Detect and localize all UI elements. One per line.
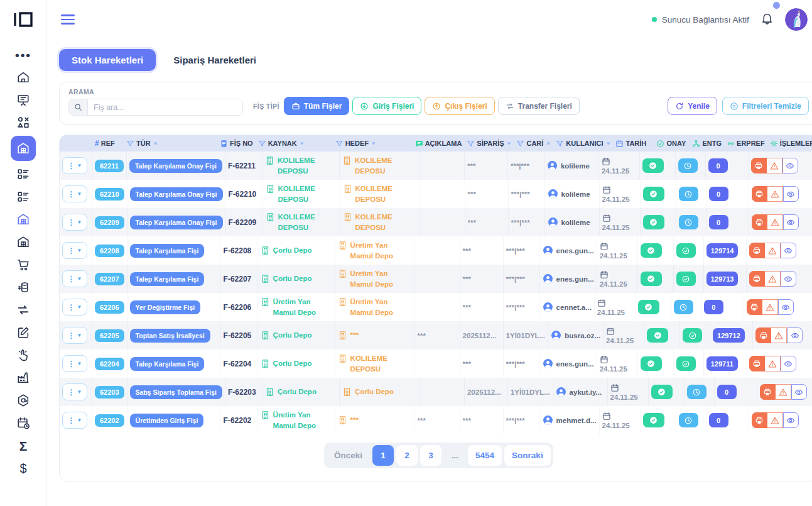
warning-button[interactable]: [767, 412, 783, 428]
sidebar-item-dollar-icon[interactable]: $: [12, 459, 35, 478]
sidebar-item-transfer-icon[interactable]: [12, 300, 35, 319]
warning-button[interactable]: [767, 214, 783, 230]
entg-done-button[interactable]: [676, 243, 696, 258]
sidebar-item-edit-icon[interactable]: [12, 323, 35, 342]
erpref-badge[interactable]: 0: [709, 215, 728, 229]
notifications-bell-icon[interactable]: [761, 12, 774, 28]
warning-button[interactable]: [767, 186, 783, 202]
sidebar-item-warehouse3-icon[interactable]: [12, 233, 35, 251]
hamburger-menu-icon[interactable]: [61, 14, 75, 25]
pagination-ellipsis[interactable]: ...: [444, 445, 465, 466]
warning-button[interactable]: [776, 384, 791, 400]
filter-chip-cikis[interactable]: Çıkış Fişleri: [425, 97, 494, 115]
pagination-next-button[interactable]: Sonraki: [504, 445, 551, 466]
onay-approved-button[interactable]: [643, 215, 664, 229]
erpref-badge[interactable]: 129712: [713, 328, 745, 343]
sidebar-item-sigma-icon[interactable]: Σ: [12, 436, 35, 455]
row-actions-button[interactable]: ⋮▼: [62, 355, 87, 372]
warning-button[interactable]: [767, 158, 782, 173]
onay-approved-button[interactable]: [638, 300, 659, 314]
view-button[interactable]: [778, 299, 794, 315]
print-button[interactable]: [755, 327, 771, 343]
onay-approved-button[interactable]: [641, 272, 662, 286]
onay-approved-button[interactable]: [641, 356, 662, 371]
view-button[interactable]: [782, 158, 798, 173]
print-button[interactable]: [749, 243, 765, 258]
print-button[interactable]: [747, 299, 762, 315]
onay-approved-button[interactable]: [643, 413, 664, 427]
erpref-badge[interactable]: 129711: [706, 356, 738, 371]
sidebar-item-warehouse2-icon[interactable]: [12, 210, 35, 229]
column-header-kullanici[interactable]: KULLANICI▼: [553, 140, 613, 148]
view-button[interactable]: [787, 327, 803, 343]
view-button[interactable]: [783, 186, 799, 202]
sidebar-item-dots-menu-icon[interactable]: •••: [12, 45, 35, 64]
onay-approved-button[interactable]: [642, 158, 664, 173]
view-button[interactable]: [783, 214, 799, 230]
erpref-badge[interactable]: 0: [717, 385, 737, 399]
search-input[interactable]: [88, 99, 242, 115]
sidebar-item-factory-icon[interactable]: [12, 368, 35, 387]
erpref-badge[interactable]: 0: [708, 158, 728, 173]
onay-approved-button[interactable]: [651, 385, 673, 399]
warning-button[interactable]: [771, 327, 787, 343]
onay-approved-button[interactable]: [641, 243, 662, 258]
sidebar-item-cart-icon[interactable]: [12, 255, 35, 274]
view-button[interactable]: [781, 271, 796, 287]
entg-pending-button[interactable]: [687, 385, 706, 399]
row-actions-button[interactable]: ⋮▼: [62, 299, 87, 316]
sidebar-item-checklist2-icon[interactable]: [12, 187, 35, 206]
sidebar-item-home-icon[interactable]: [12, 68, 35, 87]
column-header-siparis[interactable]: SİPARİŞ▼: [464, 140, 514, 148]
entg-done-button[interactable]: [676, 272, 696, 286]
onay-approved-button[interactable]: [647, 328, 668, 343]
row-actions-button[interactable]: ⋮▼: [62, 157, 87, 174]
sidebar-item-monitor-icon[interactable]: [12, 91, 35, 109]
entg-done-button[interactable]: [683, 328, 702, 343]
column-header-cari[interactable]: CARİ▼: [514, 140, 553, 148]
sidebar-item-checklist-icon[interactable]: [12, 165, 35, 184]
sidebar-item-tap-icon[interactable]: [12, 346, 35, 365]
column-header-tur[interactable]: TÜR▼: [124, 140, 217, 148]
tab-siparis-hareketleri[interactable]: Sipariş Hareketleri: [173, 55, 256, 65]
view-button[interactable]: [783, 412, 799, 428]
entg-pending-button[interactable]: [679, 215, 698, 229]
sidebar-item-shapes-icon[interactable]: [12, 113, 35, 132]
row-actions-button[interactable]: ⋮▼: [62, 242, 87, 259]
print-button[interactable]: [749, 356, 765, 371]
filter-chip-giris[interactable]: Giriş Fişleri: [352, 97, 421, 115]
sidebar-item-at-icon[interactable]: [12, 391, 35, 410]
view-button[interactable]: [791, 384, 807, 400]
view-button[interactable]: [781, 243, 796, 258]
entg-pending-button[interactable]: [679, 413, 698, 427]
view-button[interactable]: [781, 356, 796, 371]
print-button[interactable]: [749, 271, 765, 287]
print-button[interactable]: [760, 384, 776, 400]
warning-button[interactable]: [765, 243, 781, 258]
pagination-page-5454[interactable]: 5454: [468, 445, 502, 466]
warning-button[interactable]: [762, 299, 778, 315]
clear-filters-button[interactable]: Filtreleri Temizle: [722, 97, 809, 115]
row-actions-button[interactable]: ⋮▼: [62, 185, 87, 202]
sidebar-item-calendar-clock-icon[interactable]: [12, 414, 35, 432]
row-actions-button[interactable]: ⋮▼: [62, 383, 87, 400]
pagination-page-2[interactable]: 2: [396, 445, 418, 466]
column-header-hedef[interactable]: HEDEF▼: [333, 140, 413, 148]
entg-pending-button[interactable]: [674, 300, 693, 314]
erpref-badge[interactable]: 0: [709, 187, 728, 201]
tab-stok-hareketleri[interactable]: Stok Hareketleri: [59, 49, 156, 71]
entg-done-button[interactable]: [676, 356, 696, 371]
onay-approved-button[interactable]: [643, 187, 664, 201]
sidebar-item-warehouse-icon[interactable]: [11, 136, 36, 161]
erpref-badge[interactable]: 129714: [706, 243, 739, 258]
column-header-kaynak[interactable]: KAYNAK▼: [256, 140, 333, 148]
erpref-badge[interactable]: 0: [704, 300, 723, 314]
pagination-page-1[interactable]: 1: [372, 445, 394, 466]
app-logo-icon[interactable]: [13, 10, 34, 29]
print-button[interactable]: [752, 186, 767, 202]
print-button[interactable]: [752, 412, 767, 428]
row-actions-button[interactable]: ⋮▼: [62, 214, 87, 231]
row-actions-button[interactable]: ⋮▼: [62, 327, 87, 344]
row-actions-button[interactable]: ⋮▼: [62, 270, 87, 287]
row-actions-button[interactable]: ⋮▼: [62, 412, 87, 429]
